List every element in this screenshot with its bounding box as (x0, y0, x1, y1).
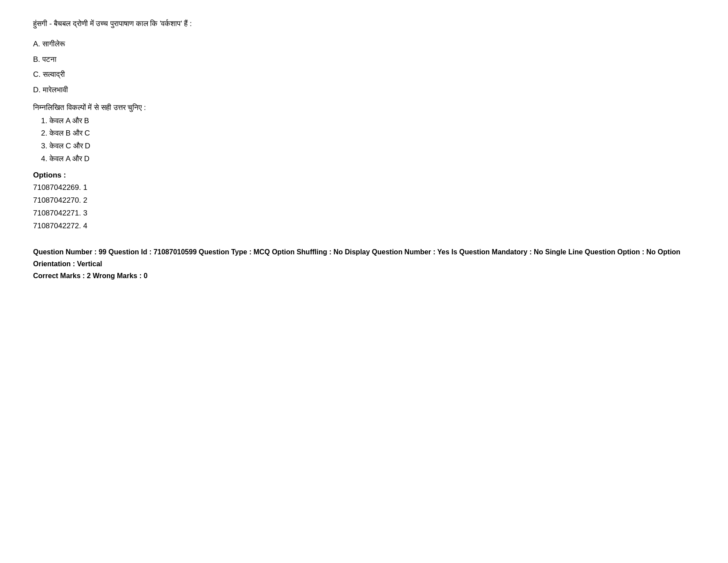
sub-option-1-text: केवल A और B (49, 117, 89, 125)
option-b-text: पटना (42, 55, 56, 64)
sub-option-1-num: 1. (41, 117, 47, 125)
option-code-1-code: 71087042269. (33, 183, 81, 192)
sub-options-list: 1. केवल A और B 2. केवल B और C 3. केवल C … (41, 115, 695, 166)
option-b: B. पटना (33, 53, 695, 67)
option-d: D. मारेलभावी (33, 83, 695, 97)
sub-option-3-text: केवल C और D (49, 142, 90, 150)
sub-option-3: 3. केवल C और D (41, 140, 695, 153)
option-a-label: A. (33, 40, 40, 48)
option-code-2-code: 71087042270. (33, 196, 81, 204)
sub-option-4-text: केवल A और D (49, 155, 90, 163)
meta-block: Question Number : 99 Question Id : 71087… (33, 246, 695, 282)
option-code-2: 71087042270. 2 (33, 194, 695, 207)
option-c: C. सल्वाद्री (33, 68, 695, 82)
option-code-3-val: 3 (83, 209, 87, 217)
sub-option-2-text: केवल B और C (49, 129, 90, 137)
option-a: A. सागीलेरू (33, 38, 695, 51)
option-code-1: 71087042269. 1 (33, 181, 695, 194)
meta-line-1: Question Number : 99 Question Id : 71087… (33, 246, 695, 270)
sub-option-4-num: 4. (41, 155, 47, 163)
option-code-4-val: 4 (83, 222, 87, 230)
option-b-label: B. (33, 55, 40, 64)
option-code-4-code: 71087042272. (33, 222, 81, 230)
option-d-label: D. (33, 86, 41, 94)
question-text: हुंसगी - बैचबल द्रोणी में उच्च पुरापाषाण… (33, 18, 695, 30)
sub-question-label: निम्नलिखित विकल्पों में से सही उत्तर चुन… (33, 103, 695, 112)
sub-option-3-num: 3. (41, 142, 47, 150)
option-c-text: सल्वाद्री (43, 70, 65, 79)
sub-option-1: 1. केवल A और B (41, 115, 695, 128)
option-a-text: सागीलेरू (42, 40, 65, 48)
sub-option-4: 4. केवल A और D (41, 153, 695, 166)
sub-option-2: 2. केवल B और C (41, 127, 695, 140)
option-codes-list: 71087042269. 1 71087042270. 2 7108704227… (33, 181, 695, 233)
option-code-1-val: 1 (83, 183, 87, 192)
option-code-3: 71087042271. 3 (33, 207, 695, 220)
question-container: हुंसगी - बैचबल द्रोणी में उच्च पुरापाषाण… (33, 18, 695, 282)
option-c-label: C. (33, 70, 41, 79)
options-header: Options : (33, 171, 695, 180)
option-code-3-code: 71087042271. (33, 209, 81, 217)
options-list: A. सागीलेरू B. पटना C. सल्वाद्री D. मारे… (33, 38, 695, 97)
option-code-2-val: 2 (83, 196, 87, 204)
sub-option-2-num: 2. (41, 129, 47, 137)
meta-line-2-text: Correct Marks : 2 Wrong Marks : 0 (33, 272, 147, 280)
option-d-text: मारेलभावी (43, 86, 68, 94)
option-code-4: 71087042272. 4 (33, 220, 695, 233)
meta-line-2: Correct Marks : 2 Wrong Marks : 0 (33, 270, 695, 282)
meta-line-1-text: Question Number : 99 Question Id : 71087… (33, 248, 680, 268)
